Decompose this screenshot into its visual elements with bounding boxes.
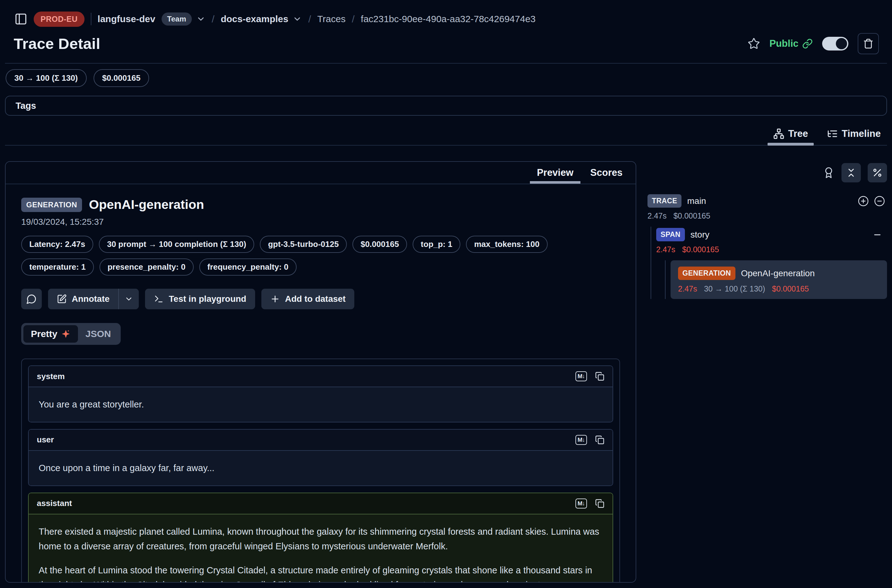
breadcrumb-separator: / — [352, 14, 354, 25]
tree-node-trace[interactable]: TRACE main — [647, 194, 887, 208]
add-to-dataset-button[interactable]: Add to dataset — [261, 289, 354, 309]
annotate-button[interactable]: Annotate — [48, 289, 118, 309]
markdown-glyph: M↓ — [575, 435, 587, 445]
panel-body: GENERATION OpenAI-generation 19/03/2024,… — [6, 184, 636, 583]
page-title: Trace Detail — [14, 35, 101, 52]
message-role: user — [37, 435, 54, 445]
copy-icon[interactable] — [595, 499, 604, 508]
network-icon — [773, 128, 784, 140]
trace-latency: 2.47s — [647, 212, 667, 220]
playground-label: Test in playground — [169, 294, 246, 304]
environment-badge: PROD-EU — [34, 12, 84, 27]
tab-preview[interactable]: Preview — [536, 162, 574, 184]
span-badge: SPAN — [656, 228, 685, 241]
comment-button[interactable] — [21, 289, 42, 309]
scores-award-icon[interactable] — [823, 167, 835, 178]
tab-tree-label: Tree — [788, 128, 808, 140]
tree-zoom-controls — [858, 195, 887, 207]
breadcrumb-trace-id: fac231bc-90ee-490a-aa32-78c4269474e3 — [361, 14, 536, 24]
annotate-label: Annotate — [72, 294, 110, 304]
title-actions: Public — [748, 33, 879, 54]
message-card-user: user M↓ Once upon a time in a galaxy far… — [28, 429, 613, 486]
tags-field[interactable]: Tags — [5, 96, 887, 116]
metrics-percent-button[interactable] — [868, 163, 887, 182]
observation-actions: Annotate Test in playground Add to data — [21, 289, 620, 309]
public-link-icon[interactable] — [802, 38, 813, 49]
observation-meta-badges: Latency: 2.47s 30 prompt → 100 completio… — [21, 236, 620, 276]
observation-type-badge: GENERATION — [21, 198, 82, 212]
generation-name: OpenAI-generation — [741, 268, 815, 278]
panel-tabs: Preview Scores — [6, 162, 636, 184]
title-row: Trace Detail Public — [14, 33, 879, 54]
annotate-dropdown-button[interactable] — [119, 289, 139, 309]
cost-badge: $0.000165 — [93, 69, 149, 87]
separator-line — [91, 13, 92, 25]
model-badge: gpt-3.5-turbo-0125 — [260, 236, 347, 253]
breadcrumb-separator: / — [212, 14, 215, 25]
project-chevron-down-icon[interactable] — [293, 14, 302, 24]
copy-icon[interactable] — [595, 372, 604, 381]
tab-tree[interactable]: Tree — [772, 128, 809, 145]
trash-icon — [863, 38, 874, 49]
temperature-badge: temperature: 1 — [21, 258, 94, 276]
message-content: There existed a majestic planet called L… — [29, 514, 613, 583]
observation-panel: Preview Scores GENERATION OpenAI-generat… — [5, 161, 636, 583]
breadcrumb-traces[interactable]: Traces — [317, 14, 345, 24]
breadcrumb-project[interactable]: docs-examples — [221, 14, 288, 24]
breadcrumb: PROD-EU langfuse-dev Team / docs-example… — [14, 10, 886, 28]
tab-timeline[interactable]: Timeline — [826, 128, 882, 145]
pretty-label: Pretty — [31, 328, 57, 339]
format-pretty[interactable]: Pretty — [23, 325, 78, 343]
sidebar-toggle-icon[interactable] — [14, 12, 27, 26]
max-tokens-badge: max_tokens: 100 — [466, 236, 548, 253]
collapse-all-button[interactable] — [841, 163, 861, 182]
message-card-system: system M↓ You are a great storyteller. — [28, 365, 613, 423]
message-content: Once upon a time in a galaxy far, far aw… — [29, 451, 613, 485]
message-role: system — [37, 372, 65, 381]
bookmark-star-icon[interactable] — [748, 38, 760, 50]
markdown-toggle-icon[interactable]: M↓ — [575, 498, 587, 508]
token-usage-badge: 30 → 100 (Σ 130) — [6, 69, 87, 87]
collapse-all-minus-icon[interactable] — [874, 195, 885, 207]
span-cost: $0.000165 — [682, 245, 719, 254]
public-toggle[interactable] — [822, 37, 848, 51]
message-header: system M↓ — [29, 366, 613, 387]
markdown-toggle-icon[interactable]: M↓ — [575, 435, 587, 445]
tab-scores[interactable]: Scores — [590, 162, 623, 184]
trace-stat-badges: 30 → 100 (Σ 130) $0.000165 — [5, 69, 887, 87]
generation-stats: 2.47s 30 → 100 (Σ 130) $0.000165 — [678, 284, 880, 293]
message-header-actions: M↓ — [575, 371, 604, 381]
trace-stats: 2.47s $0.000165 — [647, 212, 887, 220]
tree-node-generation-selected[interactable]: GENERATION OpenAI-generation 2.47s 30 → … — [671, 260, 887, 299]
view-mode-tabs: Tree Timeline — [5, 128, 887, 146]
assistant-paragraph: At the heart of Lumina stood the towerin… — [39, 563, 602, 583]
span-children: GENERATION OpenAI-generation 2.47s 30 → … — [665, 260, 887, 299]
toggle-knob — [836, 38, 847, 49]
observation-title: OpenAI-generation — [89, 197, 204, 212]
expand-all-plus-icon[interactable] — [858, 195, 869, 207]
header-divider — [5, 63, 887, 64]
org-chevron-down-icon[interactable] — [196, 14, 206, 24]
tree-node-span[interactable]: SPAN story — [656, 228, 887, 241]
observation-timestamp: 19/03/2024, 15:25:37 — [21, 217, 620, 227]
breadcrumb-separator: / — [308, 14, 311, 25]
presence-penalty-badge: presence_penalty: 0 — [99, 258, 194, 276]
delete-trace-button[interactable] — [858, 33, 879, 54]
breadcrumb-org[interactable]: langfuse-dev — [98, 14, 155, 24]
edit-icon — [57, 294, 67, 304]
message-role: assistant — [37, 498, 72, 508]
annotate-split-button: Annotate — [48, 289, 139, 309]
trace-badge: TRACE — [647, 194, 682, 208]
message-header: assistant M↓ — [29, 493, 613, 514]
generation-badge: GENERATION — [678, 267, 736, 280]
collapse-node-minus-icon[interactable] — [872, 230, 882, 240]
token-usage-badge: 30 prompt → 100 completion (Σ 130) — [99, 236, 254, 253]
format-json[interactable]: JSON — [78, 325, 119, 343]
generation-cost: $0.000165 — [772, 284, 809, 293]
comment-icon — [26, 294, 37, 304]
markdown-toggle-icon[interactable]: M↓ — [575, 371, 587, 381]
copy-icon[interactable] — [595, 435, 604, 445]
public-status: Public — [769, 38, 813, 49]
span-stats: 2.47s $0.000165 — [656, 245, 887, 254]
playground-button[interactable]: Test in playground — [145, 289, 255, 309]
